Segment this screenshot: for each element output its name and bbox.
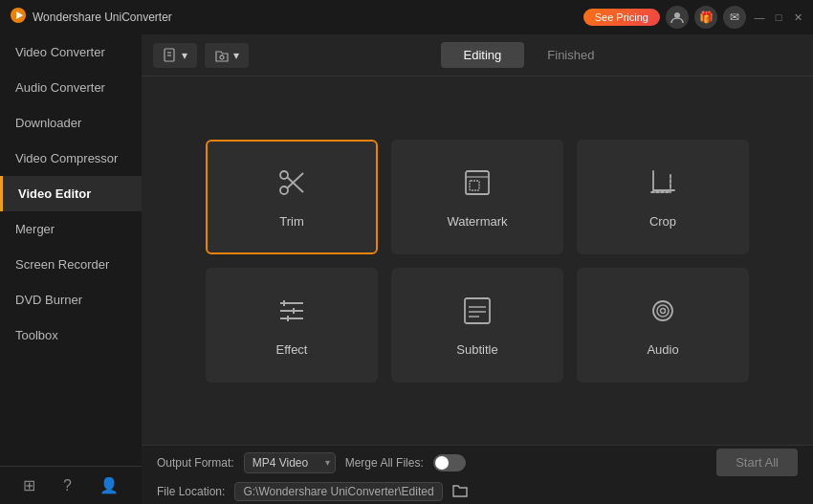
top-toolbar: ▾ ▾ Editing Finished bbox=[142, 34, 813, 77]
file-location-row: File Location: G:\Wondershare UniConvert… bbox=[157, 482, 798, 501]
editor-card-watermark[interactable]: Watermark bbox=[391, 140, 563, 254]
merge-toggle[interactable] bbox=[433, 454, 466, 471]
sidebar-bottom-user-icon[interactable]: 👤 bbox=[99, 476, 119, 494]
file-location-label: File Location: bbox=[157, 485, 225, 498]
editor-card-subtitle[interactable]: Subtitle bbox=[391, 268, 563, 383]
effect-icon bbox=[275, 294, 309, 333]
output-format-select[interactable]: MP4 Video AVI Video MOV Video MKV Video bbox=[244, 452, 336, 473]
watermark-label: Watermark bbox=[447, 214, 507, 229]
user-icon[interactable] bbox=[666, 6, 689, 29]
sidebar-item-audio-converter[interactable]: Audio Converter bbox=[0, 70, 142, 105]
sidebar-item-dvd-burner[interactable]: DVD Burner bbox=[0, 282, 142, 318]
editor-card-audio[interactable]: Audio bbox=[577, 268, 749, 383]
see-pricing-button[interactable]: See Pricing bbox=[583, 9, 660, 26]
editor-card-effect[interactable]: Effect bbox=[206, 268, 378, 383]
sidebar-item-downloader[interactable]: Downloader bbox=[0, 105, 142, 141]
sidebar-item-toolbox[interactable]: Toolbox bbox=[0, 318, 142, 353]
svg-rect-21 bbox=[465, 298, 490, 323]
scissors-icon bbox=[275, 165, 309, 205]
editor-card-crop[interactable]: Crop bbox=[577, 140, 749, 254]
svg-rect-14 bbox=[470, 181, 479, 190]
maximize-button[interactable]: □ bbox=[773, 11, 784, 23]
svg-point-6 bbox=[220, 55, 224, 59]
folder-icon bbox=[214, 48, 230, 63]
output-format-select-wrapper: MP4 Video AVI Video MOV Video MKV Video bbox=[244, 452, 336, 473]
output-format-label: Output Format: bbox=[157, 456, 234, 470]
add-file-button[interactable]: ▾ bbox=[153, 43, 197, 68]
content-area: ▾ ▾ Editing Finished bbox=[142, 34, 813, 504]
add-folder-button[interactable]: ▾ bbox=[205, 43, 249, 68]
sidebar-bottom-grid-icon[interactable]: ⊞ bbox=[23, 476, 35, 494]
svg-point-26 bbox=[657, 305, 669, 317]
svg-point-25 bbox=[653, 301, 672, 320]
title-bar: Wondershare UniConverter See Pricing 🎁 ✉… bbox=[0, 0, 813, 34]
sidebar: Video Converter Audio Converter Download… bbox=[0, 34, 142, 504]
bottom-bar: Output Format: MP4 Video AVI Video MOV V… bbox=[142, 445, 813, 504]
sidebar-bottom: ⊞ ? 👤 bbox=[0, 466, 142, 504]
tab-finished[interactable]: Finished bbox=[524, 42, 617, 68]
gift-icon[interactable]: 🎁 bbox=[694, 6, 717, 29]
output-format-row: Output Format: MP4 Video AVI Video MOV V… bbox=[157, 449, 798, 476]
app-title: Wondershare UniConverter bbox=[33, 11, 583, 24]
crop-label: Crop bbox=[649, 214, 676, 229]
sidebar-item-video-editor[interactable]: Video Editor bbox=[0, 176, 142, 211]
trim-label: Trim bbox=[279, 214, 304, 229]
mail-icon[interactable]: ✉ bbox=[723, 6, 746, 29]
crop-icon bbox=[646, 165, 680, 205]
tab-editing[interactable]: Editing bbox=[441, 42, 525, 68]
subtitle-icon bbox=[460, 294, 494, 333]
start-all-button[interactable]: Start All bbox=[716, 449, 798, 476]
audio-icon bbox=[646, 294, 680, 333]
watermark-icon bbox=[460, 165, 494, 205]
sidebar-item-screen-recorder[interactable]: Screen Recorder bbox=[0, 247, 142, 282]
editor-grid: Trim Watermark bbox=[206, 140, 749, 383]
minimize-button[interactable]: — bbox=[754, 11, 765, 23]
title-bar-actions: See Pricing 🎁 ✉ — □ ✕ bbox=[583, 6, 803, 29]
svg-point-9 bbox=[280, 186, 288, 194]
merge-all-label: Merge All Files: bbox=[345, 456, 424, 470]
sidebar-item-video-converter[interactable]: Video Converter bbox=[0, 34, 142, 70]
editor-content: Trim Watermark bbox=[142, 77, 813, 445]
svg-point-27 bbox=[661, 308, 666, 313]
app-logo-icon bbox=[10, 7, 27, 28]
close-button[interactable]: ✕ bbox=[792, 11, 803, 23]
file-path: G:\Wondershare UniConverter\Edited bbox=[234, 482, 442, 501]
tabs-container: Editing Finished bbox=[256, 42, 802, 68]
browse-folder-button[interactable] bbox=[452, 484, 468, 500]
sidebar-item-video-compressor[interactable]: Video Compressor bbox=[0, 141, 142, 176]
main-layout: Video Converter Audio Converter Download… bbox=[0, 34, 813, 504]
subtitle-label: Subtitle bbox=[456, 342, 497, 357]
svg-point-8 bbox=[280, 171, 288, 179]
effect-label: Effect bbox=[275, 342, 307, 357]
file-icon bbox=[163, 48, 178, 63]
toggle-knob bbox=[435, 456, 449, 470]
sidebar-item-merger[interactable]: Merger bbox=[0, 211, 142, 247]
svg-point-2 bbox=[674, 12, 680, 18]
sidebar-bottom-help-icon[interactable]: ? bbox=[63, 477, 72, 494]
audio-label: Audio bbox=[647, 342, 678, 357]
editor-card-trim[interactable]: Trim bbox=[206, 140, 378, 254]
